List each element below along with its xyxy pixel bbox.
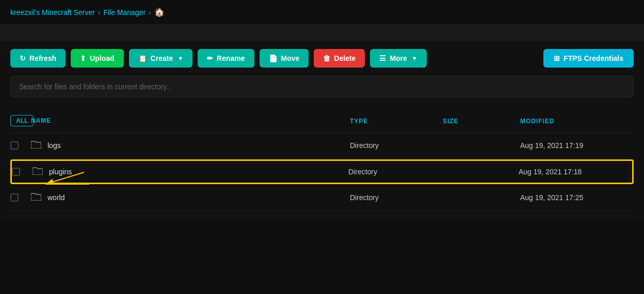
row-name-2: world <box>31 192 350 203</box>
breadcrumb-server[interactable]: kreezxil's Minecraft Server <box>10 8 95 17</box>
upload-icon: ⬆ <box>80 54 86 62</box>
row-modified-0: Aug 19, 2021 17:19 <box>520 141 634 150</box>
row-type-0: Directory <box>350 141 443 150</box>
file-table-wrapper: ALL NAME TYPE SIZE MODIFIED log <box>0 106 644 221</box>
row-type-1: Directory <box>348 168 441 176</box>
file-name-1[interactable]: plugins <box>49 168 348 176</box>
breadcrumb-home-icon[interactable]: 🏠 <box>154 7 165 17</box>
breadcrumb-file-manager[interactable]: File Manager <box>103 8 146 17</box>
row-check-0 <box>10 141 31 150</box>
dark-separator <box>0 25 644 41</box>
breadcrumb-bar: kreezxil's Minecraft Server › File Manag… <box>0 0 644 25</box>
col-modified-header: MODIFIED <box>520 117 634 125</box>
name-content-1: plugins <box>33 167 348 177</box>
file-name-2[interactable]: world <box>47 193 350 202</box>
table-row[interactable]: world Directory Aug 19, 2021 17:25 <box>10 185 634 210</box>
refresh-icon: ↻ <box>20 54 26 62</box>
row-modified-2: Aug 19, 2021 17:25 <box>520 193 634 202</box>
file-modified-value-0: Aug 19, 2021 17:19 <box>520 141 583 150</box>
delete-button[interactable]: 🗑 Delete <box>314 49 365 68</box>
more-label: More <box>390 54 407 62</box>
table-row[interactable]: plugins Directory Aug 19, 2021 17:18 <box>10 159 634 184</box>
create-label: Create <box>151 54 173 62</box>
folder-icon-2 <box>31 192 41 203</box>
col-type-header: TYPE <box>350 117 443 125</box>
delete-label: Delete <box>334 54 356 62</box>
file-modified-value-2: Aug 19, 2021 17:25 <box>520 193 583 202</box>
file-rows-container: logs Directory Aug 19, 2021 17:19 plugin… <box>10 133 634 210</box>
ftps-label: FTPS Credentials <box>564 54 623 62</box>
rename-label: Rename <box>217 54 245 62</box>
row-check-1 <box>12 168 33 176</box>
file-type-value-0: Directory <box>350 141 379 150</box>
move-button[interactable]: 📄 Move <box>260 49 309 68</box>
upload-button[interactable]: ⬆ Upload <box>71 49 123 68</box>
create-button[interactable]: 📋 Create ▼ <box>129 49 192 68</box>
toolbar: ↻ Refresh ⬆ Upload 📋 Create ▼ ✏ Rename 📄… <box>0 41 644 76</box>
search-bar-container <box>0 76 644 106</box>
file-checkbox-1[interactable] <box>12 168 20 176</box>
size-column-header: SIZE <box>443 118 459 125</box>
refresh-label: Refresh <box>29 54 56 62</box>
move-label: Move <box>281 54 300 62</box>
table-header: ALL NAME TYPE SIZE MODIFIED <box>10 111 634 133</box>
refresh-button[interactable]: ↻ Refresh <box>10 49 66 68</box>
rename-button[interactable]: ✏ Rename <box>198 49 254 68</box>
row-name-0: logs <box>31 140 350 151</box>
name-content-2: world <box>31 192 350 203</box>
name-column-header: NAME <box>31 117 51 124</box>
file-name-0[interactable]: logs <box>47 141 350 150</box>
search-input[interactable] <box>10 76 634 97</box>
more-icon: ☰ <box>379 54 386 62</box>
upload-label: Upload <box>90 54 114 62</box>
table-row[interactable]: logs Directory Aug 19, 2021 17:19 <box>10 133 634 158</box>
name-content-0: logs <box>31 140 350 151</box>
col-check-header: ALL <box>10 115 31 126</box>
rename-icon: ✏ <box>207 54 213 62</box>
move-icon: 📄 <box>269 54 278 62</box>
row-name-1: plugins <box>33 167 348 177</box>
col-size-header: SIZE <box>443 117 520 125</box>
ftps-button[interactable]: ⊞ FTPS Credentials <box>543 49 634 68</box>
row-type-2: Directory <box>350 193 443 202</box>
more-button[interactable]: ☰ More ▼ <box>370 49 426 68</box>
col-name-header: NAME <box>31 117 350 124</box>
folder-icon-0 <box>31 140 41 151</box>
create-icon: 📋 <box>138 54 147 62</box>
file-type-value-1: Directory <box>348 168 377 176</box>
type-column-header: TYPE <box>350 118 368 125</box>
file-modified-value-1: Aug 19, 2021 17:18 <box>519 168 582 176</box>
row-check-2 <box>10 193 31 202</box>
more-chevron-icon: ▼ <box>412 55 417 61</box>
file-checkbox-2[interactable] <box>10 193 19 202</box>
folder-icon-1 <box>33 167 43 177</box>
file-type-value-2: Directory <box>350 193 379 202</box>
breadcrumb-sep-1: › <box>98 8 101 17</box>
delete-icon: 🗑 <box>323 54 330 62</box>
ftps-icon: ⊞ <box>554 54 560 62</box>
breadcrumb-sep-2: › <box>149 8 151 17</box>
create-chevron-icon: ▼ <box>178 55 183 61</box>
modified-column-header: MODIFIED <box>520 118 554 125</box>
row-modified-1: Aug 19, 2021 17:18 <box>519 168 632 176</box>
select-all-button[interactable]: ALL <box>10 115 34 126</box>
file-checkbox-0[interactable] <box>10 141 19 150</box>
